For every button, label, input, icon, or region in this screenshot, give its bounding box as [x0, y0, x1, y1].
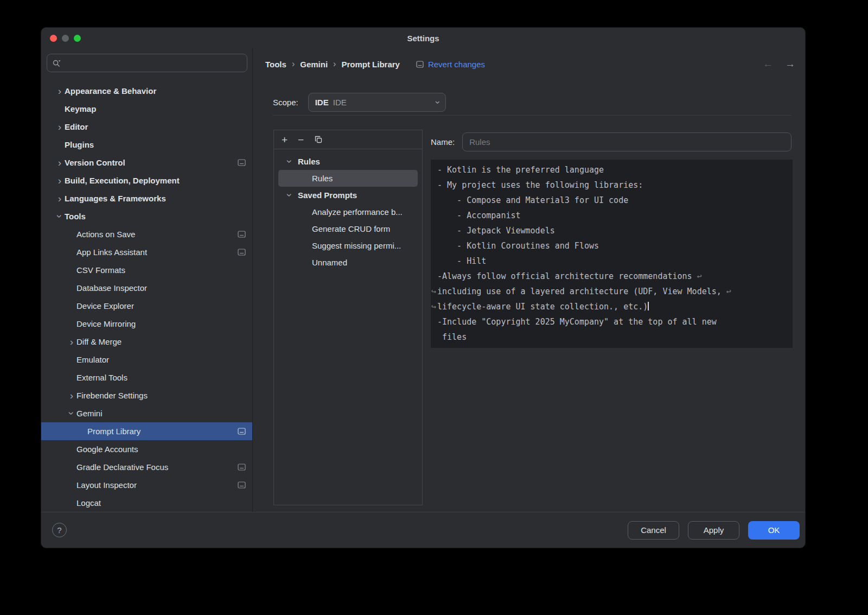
- chevron-right-icon[interactable]: ›: [55, 157, 65, 168]
- minimize-button[interactable]: [62, 35, 69, 42]
- sidebar-item-database-inspector[interactable]: › Database Inspector: [41, 279, 252, 297]
- soft-wrap-icon: ↩: [726, 287, 731, 296]
- sidebar-item-label: Plugins: [65, 140, 94, 149]
- chevron-right-icon[interactable]: ›: [55, 175, 65, 186]
- editor-line: files: [437, 329, 786, 345]
- prompt-group-saved-prompts[interactable]: › Saved Prompts: [274, 187, 422, 204]
- chevron-right-icon[interactable]: ›: [67, 337, 76, 347]
- sidebar-item-emulator[interactable]: › Emulator: [41, 351, 252, 369]
- ok-button[interactable]: OK: [748, 521, 800, 540]
- settings-sidebar: › Appearance & Behavior › Keymap › Edito…: [41, 48, 253, 512]
- footer: ? Cancel Apply OK: [41, 512, 805, 548]
- chevron-right-icon[interactable]: ›: [67, 390, 76, 401]
- breadcrumb-tools[interactable]: Tools: [265, 60, 286, 69]
- sidebar-item-label: Prompt Library: [87, 427, 141, 436]
- sidebar-item-build-execution-deployment[interactable]: › Build, Execution, Deployment: [41, 172, 252, 189]
- sidebar-item-google-accounts[interactable]: › Google Accounts: [41, 440, 252, 458]
- sidebar-item-tools[interactable]: › Tools: [41, 207, 252, 225]
- sidebar-item-label: Diff & Merge: [76, 337, 122, 346]
- prompt-item-generate-crud-form[interactable]: Generate CRUD form: [274, 220, 422, 237]
- sidebar-item-device-explorer[interactable]: › Device Explorer: [41, 297, 252, 315]
- revert-changes-link[interactable]: Revert changes: [416, 60, 485, 69]
- ide-marker-icon: [238, 428, 246, 435]
- section-divider: [273, 115, 792, 116]
- sidebar-item-label: Firebender Settings: [76, 391, 148, 400]
- cancel-button[interactable]: Cancel: [628, 521, 679, 540]
- editor-line: - Compose and Material3 for UI code: [437, 193, 786, 208]
- prompt-item-suggest-missing-permissions[interactable]: Suggest missing permi...: [274, 237, 422, 254]
- sidebar-item-layout-inspector[interactable]: › Layout Inspector: [41, 476, 252, 494]
- sidebar-item-csv-formats[interactable]: › CSV Formats: [41, 261, 252, 279]
- sidebar-item-label: App Links Assistant: [76, 248, 147, 257]
- prompt-item-analyze-performance[interactable]: Analyze performance b...: [274, 204, 422, 220]
- prompt-group-label: Saved Prompts: [298, 191, 357, 200]
- prompt-name-input[interactable]: [462, 132, 792, 151]
- add-button[interactable]: +: [282, 135, 288, 145]
- search-icon[interactable]: [52, 59, 61, 68]
- chevron-down-icon[interactable]: ›: [285, 157, 295, 167]
- prompt-item-label: Rules: [312, 174, 333, 183]
- sidebar-item-gemini[interactable]: › Gemini: [41, 404, 252, 422]
- prompt-list-toolbar: + −: [274, 130, 422, 149]
- editor-line: - Kotlin Coroutines and Flows: [437, 238, 786, 253]
- forward-arrow-icon[interactable]: →: [785, 58, 795, 70]
- editor-line: - Accompanist: [437, 208, 786, 223]
- scope-dropdown[interactable]: IDE IDE ›: [308, 93, 446, 112]
- editor-line: - Hilt: [437, 253, 786, 269]
- editor-line: - Jetpack Viewmodels: [437, 223, 786, 238]
- remove-button[interactable]: −: [298, 135, 304, 145]
- prompt-text-editor[interactable]: - Kotlin is the preferred language - My …: [431, 160, 793, 348]
- breadcrumb: Tools › Gemini › Prompt Library: [265, 59, 400, 69]
- sidebar-item-logcat[interactable]: › Logcat: [41, 494, 252, 512]
- breadcrumb-gemini[interactable]: Gemini: [300, 60, 328, 69]
- sidebar-item-version-control[interactable]: › Version Control: [41, 154, 252, 172]
- zoom-button[interactable]: [74, 35, 81, 42]
- sidebar-item-plugins[interactable]: › Plugins: [41, 136, 252, 154]
- sidebar-item-actions-on-save[interactable]: › Actions on Save: [41, 225, 252, 243]
- settings-search-input[interactable]: [65, 58, 242, 68]
- sidebar-item-firebender-settings[interactable]: › Firebender Settings: [41, 386, 252, 404]
- window-title: Settings: [407, 34, 439, 43]
- sidebar-item-appearance-behavior[interactable]: › Appearance & Behavior: [41, 82, 252, 100]
- editor-line: - My project uses the following librarie…: [437, 177, 786, 193]
- copy-icon[interactable]: [314, 135, 323, 144]
- settings-search-box[interactable]: [47, 54, 247, 72]
- help-button[interactable]: ?: [52, 523, 67, 537]
- sidebar-item-external-tools[interactable]: › External Tools: [41, 369, 252, 386]
- ide-marker-icon: [238, 159, 246, 166]
- chevron-down-icon[interactable]: ›: [55, 212, 65, 221]
- chevron-right-icon[interactable]: ›: [55, 193, 65, 204]
- prompt-item-rules[interactable]: Rules: [278, 170, 418, 187]
- breadcrumb-prompt-library[interactable]: Prompt Library: [341, 60, 400, 69]
- sidebar-item-label: Languages & Frameworks: [65, 194, 166, 203]
- sidebar-item-prompt-library[interactable]: › Prompt Library: [41, 422, 252, 440]
- revert-icon: [416, 61, 424, 68]
- prompt-group-rules[interactable]: › Rules: [274, 153, 422, 170]
- chevron-down-icon[interactable]: ›: [67, 409, 77, 419]
- soft-wrap-icon: ↪: [431, 284, 436, 299]
- sidebar-item-gradle-declarative-focus[interactable]: › Gradle Declarative Focus: [41, 458, 252, 476]
- prompt-item-unnamed[interactable]: Unnamed: [274, 254, 422, 271]
- sidebar-item-device-mirroring[interactable]: › Device Mirroring: [41, 315, 252, 333]
- close-button[interactable]: [50, 35, 57, 42]
- ide-marker-icon: [238, 231, 246, 238]
- apply-button[interactable]: Apply: [688, 521, 739, 540]
- soft-wrap-icon: ↪: [431, 299, 436, 314]
- sidebar-item-languages-frameworks[interactable]: › Languages & Frameworks: [41, 189, 252, 207]
- chevron-right-icon[interactable]: ›: [55, 122, 65, 132]
- back-arrow-icon[interactable]: ←: [763, 58, 773, 70]
- editor-line: ↪including use of a layered architecture…: [437, 284, 786, 299]
- sidebar-item-keymap[interactable]: › Keymap: [41, 100, 252, 118]
- chevron-down-icon[interactable]: ›: [285, 191, 295, 200]
- sidebar-item-label: Google Accounts: [76, 445, 138, 454]
- sidebar-item-app-links-assistant[interactable]: › App Links Assistant: [41, 243, 252, 261]
- history-nav: ← →: [763, 58, 795, 70]
- window-controls: [50, 28, 81, 48]
- sidebar-item-diff-merge[interactable]: › Diff & Merge: [41, 333, 252, 351]
- sidebar-item-editor[interactable]: › Editor: [41, 118, 252, 136]
- prompt-list-panel: + − › Rules Rules › Saved Prom: [273, 130, 423, 505]
- chevron-right-icon[interactable]: ›: [55, 86, 65, 96]
- settings-window: Settings › Appearance & Behavior › Keyma…: [41, 27, 806, 548]
- sidebar-item-label: Build, Execution, Deployment: [65, 176, 180, 185]
- sidebar-item-label: Keymap: [65, 104, 96, 113]
